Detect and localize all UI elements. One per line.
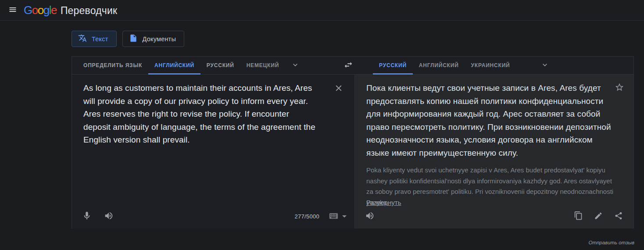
dropdown-caret-icon bbox=[342, 215, 347, 218]
app-header: Google Переводчик bbox=[0, 0, 644, 21]
tab-target-russian[interactable]: РУССКИЙ bbox=[373, 57, 413, 74]
clear-source-button[interactable] bbox=[330, 80, 347, 97]
source-language-tabs: ОПРЕДЕЛИТЬ ЯЗЫК АНГЛИЙСКИЙ РУССКИЙ НЕМЕЦ… bbox=[72, 57, 335, 74]
tab-target-english[interactable]: АНГЛИЙСКИЙ bbox=[413, 57, 465, 74]
target-panel: Пока клиенты ведут свои учетные записи в… bbox=[355, 75, 633, 229]
microphone-icon bbox=[82, 211, 92, 222]
documents-mode-label: Документы bbox=[143, 36, 176, 43]
share-icon bbox=[614, 211, 623, 221]
star-outline-icon bbox=[615, 82, 624, 93]
google-logo: Google bbox=[24, 4, 57, 17]
input-tools-button[interactable] bbox=[327, 210, 348, 223]
share-translation-button[interactable] bbox=[610, 207, 627, 225]
listen-source-button[interactable] bbox=[100, 207, 118, 225]
tab-source-english[interactable]: АНГЛИЙСКИЙ bbox=[148, 57, 200, 74]
listen-translation-button[interactable] bbox=[361, 207, 379, 225]
text-mode-button[interactable]: Текст bbox=[72, 31, 117, 47]
speaker-icon bbox=[104, 211, 114, 222]
copy-translation-button[interactable] bbox=[569, 207, 587, 225]
swap-languages-button[interactable] bbox=[335, 57, 361, 74]
character-count: 277/5000 bbox=[294, 213, 319, 220]
target-toolbar bbox=[361, 207, 627, 225]
source-more-languages-button[interactable] bbox=[285, 57, 305, 74]
expand-link[interactable]: Развернуть bbox=[366, 199, 401, 206]
send-feedback-link[interactable]: Отправить отзыв bbox=[588, 240, 634, 245]
tab-detect-language[interactable]: ОПРЕДЕЛИТЬ ЯЗЫК bbox=[77, 57, 148, 74]
app-logo[interactable]: Google Переводчик bbox=[24, 4, 117, 17]
source-toolbar: 277/5000 bbox=[78, 207, 348, 225]
tab-source-russian[interactable]: РУССКИЙ bbox=[200, 57, 240, 74]
mode-switcher: Текст Документы bbox=[72, 31, 184, 47]
translation-text: Пока клиенты ведут свои учетные записи в… bbox=[366, 82, 614, 159]
hamburger-menu-button[interactable] bbox=[4, 1, 22, 19]
source-text-input[interactable]: As long as customers to maintain their a… bbox=[83, 82, 318, 146]
copy-icon bbox=[574, 211, 583, 221]
transliteration-text: Poka kliyenty vedut svoi uchetnyye zapis… bbox=[366, 165, 616, 208]
hamburger-icon bbox=[8, 5, 17, 15]
language-tabbar: ОПРЕДЕЛИТЬ ЯЗЫК АНГЛИЙСКИЙ РУССКИЙ НЕМЕЦ… bbox=[72, 57, 633, 75]
target-more-languages-button[interactable] bbox=[535, 57, 555, 74]
tab-target-ukrainian[interactable]: УКРАИНСКИЙ bbox=[465, 57, 516, 74]
voice-input-button[interactable] bbox=[78, 207, 96, 225]
pencil-icon bbox=[594, 211, 603, 221]
chevron-down-icon bbox=[291, 61, 300, 71]
speaker-icon bbox=[365, 211, 375, 222]
documents-mode-button[interactable]: Документы bbox=[122, 31, 185, 47]
close-icon bbox=[334, 83, 343, 94]
source-panel: As long as customers to maintain their a… bbox=[72, 75, 355, 229]
translation-actions bbox=[569, 207, 627, 225]
translate-card: ОПРЕДЕЛИТЬ ЯЗЫК АНГЛИЙСКИЙ РУССКИЙ НЕМЕЦ… bbox=[72, 56, 634, 229]
target-language-tabs: РУССКИЙ АНГЛИЙСКИЙ УКРАИНСКИЙ bbox=[361, 57, 633, 74]
document-icon bbox=[129, 34, 138, 44]
chevron-down-icon bbox=[540, 61, 549, 71]
product-title: Переводчик bbox=[61, 5, 117, 17]
tab-source-german[interactable]: НЕМЕЦКИЙ bbox=[240, 57, 285, 74]
save-translation-button[interactable] bbox=[611, 79, 628, 96]
keyboard-icon bbox=[329, 212, 338, 221]
translate-panels: As long as customers to maintain their a… bbox=[72, 75, 633, 229]
translate-icon bbox=[78, 34, 87, 44]
swap-arrows-icon bbox=[343, 60, 353, 71]
text-mode-label: Текст bbox=[92, 36, 108, 43]
suggest-edit-button[interactable] bbox=[590, 207, 607, 225]
